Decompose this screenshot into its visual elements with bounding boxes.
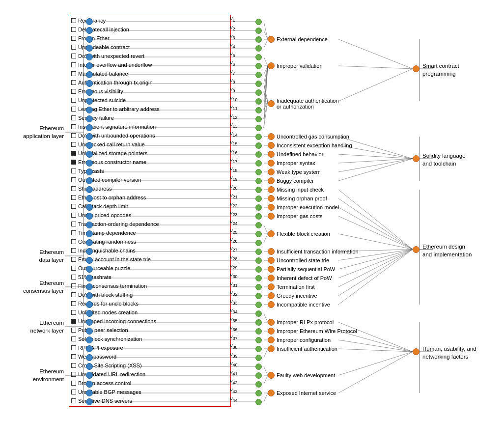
green-dot-18: [255, 169, 262, 175]
blue-dot-8: [86, 80, 93, 87]
vuln-checkbox-11: [71, 107, 76, 112]
green-dot-13: [255, 125, 262, 131]
svg-line-45: [264, 30, 268, 39]
blue-dot-1: [86, 18, 93, 25]
green-dot-21: [255, 196, 262, 202]
vuln-checkbox-39: [71, 354, 76, 359]
blue-dot-26: [86, 239, 93, 246]
vuln-row-42: Broken access control: [71, 379, 228, 388]
vuln-checkbox-13: [71, 124, 76, 129]
green-dot-40: [255, 364, 262, 370]
blue-dot-36: [86, 328, 93, 335]
vuln-row-11: Leaking Ether to arbitrary address: [71, 105, 228, 113]
green-dot-12: [255, 116, 262, 122]
cause-dot-c22: [268, 319, 275, 326]
blue-dot-20: [86, 186, 93, 193]
svg-line-62: [264, 101, 268, 128]
green-dot-36: [255, 328, 262, 335]
green-dot-8: [255, 81, 262, 87]
blue-dot-12: [86, 115, 93, 122]
vuln-row-30: 51% hashrate: [71, 273, 228, 281]
cause-label-c10: Missing input check: [277, 187, 324, 193]
vuln-row-7: Manipulated balance: [71, 69, 228, 78]
vuln-label-9: Erroneous visibility: [78, 87, 123, 96]
svg-line-57: [264, 84, 268, 101]
cause-dot-c27: [268, 390, 275, 396]
vuln-row-23: Under-priced opcodes: [71, 211, 228, 220]
vuln-label-30: 51% hashrate: [78, 273, 112, 281]
causes-column: External dependenceImproper validationIn…: [268, 17, 405, 416]
green-dot-44: [255, 399, 262, 405]
cause-dot-c20: [268, 292, 275, 299]
vuln-checkbox-37: [71, 336, 76, 341]
green-dot-6: [255, 63, 262, 69]
vuln-row-41: Unvalidated URL redirection: [71, 370, 228, 379]
vuln-checkbox-4: [71, 45, 76, 50]
cause-row-c8: Weak type system: [268, 168, 321, 175]
cause-label-c23: Improper Ethereum Wire Protocol: [277, 328, 357, 334]
vuln-checkbox-2: [71, 27, 76, 32]
green-dot-2: [255, 28, 262, 34]
cause-row-c20: Greedy incentive: [268, 292, 317, 299]
cause-row-c12: Improper execution model: [268, 204, 339, 211]
vuln-checkbox-18: [71, 168, 76, 173]
vuln-row-19: Outdated compiler version: [71, 175, 228, 184]
cause-row-c21: Incompatible incentive: [268, 301, 330, 308]
cat-label-3: Human, usability, and networking factors: [422, 345, 476, 361]
vuln-row-32: DoS with block stuffing: [71, 290, 228, 299]
green-dot-1: [255, 19, 262, 25]
vuln-checkbox-15: [71, 142, 76, 147]
vuln-checkbox-12: [71, 115, 76, 120]
cause-row-c22: Improper RLPx protocol: [268, 319, 334, 326]
svg-line-91: [264, 375, 268, 384]
green-dot-17: [255, 160, 262, 167]
cause-dot-c11: [268, 195, 275, 202]
vuln-row-13: Insufficient signature information: [71, 122, 228, 131]
cause-row-c16: Uncontrolled state trie: [268, 257, 329, 264]
cause-row-c27: Exposed Internet service: [268, 390, 336, 396]
cause-label-c17: Partially sequential PoW: [277, 266, 335, 272]
green-dot-19: [255, 178, 262, 184]
vuln-row-22: Call-stack depth limit: [71, 202, 228, 211]
vuln-label-10: Unprotected suicide: [78, 96, 126, 105]
cause-label-c5: Inconsistent exception handling: [277, 142, 352, 148]
vuln-row-9: Erroneous visibility: [71, 87, 228, 96]
green-dot-25: [255, 231, 262, 237]
cat-dot-3: [413, 348, 419, 355]
vuln-checkbox-44: [71, 398, 76, 403]
svg-line-44: [264, 22, 268, 39]
vuln-checkbox-9: [71, 89, 76, 94]
cause-label-c7: Improper syntax: [277, 160, 315, 166]
cause-label-c12: Improper execution model: [277, 204, 339, 210]
vuln-checkbox-3: [71, 36, 76, 41]
cause-label-c16: Uncontrolled state trie: [277, 257, 329, 263]
blue-dot-17: [86, 160, 93, 167]
blue-dot-23: [86, 213, 93, 220]
vuln-row-18: Type casts: [71, 167, 228, 175]
vuln-label-38: RPC API exposure: [78, 343, 123, 352]
cause-dot-c16: [268, 257, 275, 264]
cause-dot-c14: [268, 230, 275, 237]
cause-row-c6: Undefined behavior: [268, 151, 323, 158]
green-dot-15: [255, 142, 262, 149]
cause-dot-c1: [268, 36, 275, 43]
cause-label-c18: Inherent defect of PoW: [277, 275, 332, 281]
blue-dot-21: [86, 195, 93, 202]
green-dot-14: [255, 134, 262, 140]
cause-label-c21: Incompatible incentive: [277, 302, 330, 308]
svg-line-61: [264, 101, 268, 119]
vuln-row-14: DoS with unbounded operations: [71, 131, 228, 140]
green-dot-7: [255, 72, 262, 78]
vuln-row-3: Frozen Ether: [71, 34, 228, 43]
cause-row-c25: Insufficient authentication: [268, 345, 337, 352]
svg-line-58: [264, 92, 268, 101]
svg-line-89: [264, 366, 268, 375]
svg-line-51: [264, 66, 268, 84]
cat-dot-2: [413, 246, 419, 253]
cause-label-c14: Flexible block creation: [277, 231, 330, 237]
cause-dot-c6: [268, 151, 275, 158]
vuln-label-12: Secrecy failure: [78, 113, 114, 122]
svg-line-93: [264, 393, 268, 402]
vuln-checkbox-24: [71, 222, 76, 226]
blue-dot-34: [86, 310, 93, 317]
